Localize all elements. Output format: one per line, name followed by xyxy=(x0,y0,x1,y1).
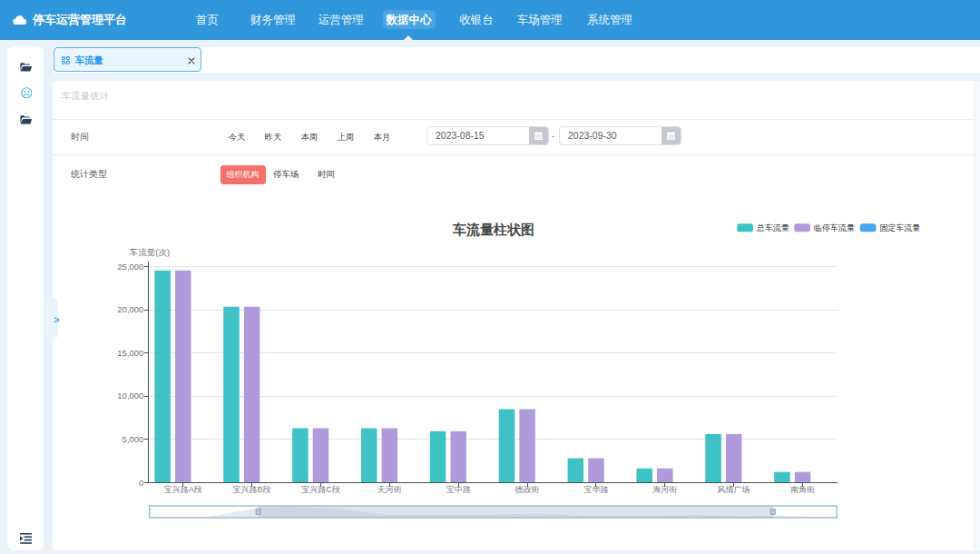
svg-text:5,000: 5,000 xyxy=(122,434,144,444)
svg-text:10,000: 10,000 xyxy=(117,391,143,401)
svg-text:0: 0 xyxy=(139,478,143,488)
svg-text:临停车流量: 临停车流量 xyxy=(814,223,855,232)
svg-text:固定车流量: 固定车流量 xyxy=(879,223,920,232)
svg-text:总车流量: 总车流量 xyxy=(756,223,789,232)
svg-text:15,000: 15,000 xyxy=(117,348,143,358)
svg-text:车流量(次): 车流量(次) xyxy=(130,247,170,257)
svg-text:25,000: 25,000 xyxy=(117,262,143,272)
svg-text:20,000: 20,000 xyxy=(117,304,143,314)
svg-text:车流量柱状图: 车流量柱状图 xyxy=(452,222,534,237)
